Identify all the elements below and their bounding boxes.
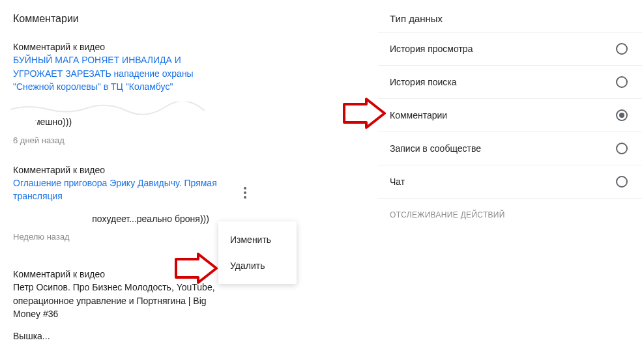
comment-prefix: Комментарий [13,269,70,279]
radio-icon [616,109,628,121]
data-type-option-chat[interactable]: Чат [378,165,642,198]
more-vertical-icon [244,187,246,199]
option-label: Комментарии [390,110,447,120]
option-label: История поиска [390,77,457,87]
annotation-arrow-icon [175,253,218,284]
comment-prefix: Комментарий [13,42,70,52]
comments-title: Комментарии [13,13,365,25]
radio-icon [616,143,628,154]
option-label: Записи в сообществе [390,143,481,154]
data-type-option-comments[interactable]: Комментарии [378,98,642,132]
comment-header: Комментарий к видео [13,163,222,176]
option-label: Чат [390,176,405,187]
context-menu: Изменить Удалить [218,221,297,284]
comment-body: Вышка... [13,329,222,343]
comment-prefix: Комментарий [13,165,70,175]
data-type-title: Тип данных [378,13,642,32]
comment-item: Комментарий к видео Оглашение приговора … [13,163,222,242]
comment-body: хххххх хххмал ххх похудеет...реально бро… [13,212,222,225]
comment-suffix: к видео [70,42,105,52]
comment-body: xxxxxxxxxx под хабибо косят xxxxxxx чечн… [13,102,222,129]
comment-video-title: Петр Осипов. Про Бизнес Молодость, YouTu… [13,282,215,319]
comment-suffix: к видео [70,165,105,175]
radio-icon [616,176,628,188]
option-label: История просмотра [390,44,473,54]
annotation-arrow-icon [343,98,386,129]
comment-header: Комментарий к видео [13,40,222,53]
radio-icon [616,43,628,55]
menu-item-edit[interactable]: Изменить [218,227,297,253]
menu-item-delete[interactable]: Удалить [218,253,297,279]
comment-suffix: к видео [70,269,105,279]
comment-time: Неделю назад [13,232,222,242]
comments-panel: Комментарии Комментарий к видео БУЙНЫЙ М… [0,0,378,364]
comment-video-link[interactable]: БУЙНЫЙ МАГА РОНЯЕТ ИНВАЛИДА И УГРОЖАЕТ З… [13,55,194,92]
comment-time: 6 дней назад [13,135,222,145]
comment-video-link[interactable]: Оглашение приговора Эрику Давидычу. Прям… [13,178,217,201]
data-type-option-watch-history[interactable]: История просмотра [378,32,642,65]
comment-item: Комментарий к видео БУЙНЫЙ МАГА РОНЯЕТ И… [13,40,222,145]
data-type-option-search-history[interactable]: История поиска [378,65,642,98]
more-options-button[interactable] [236,184,254,202]
data-type-panel: Тип данных История просмотра История пои… [378,0,642,364]
data-type-option-community[interactable]: Записи в сообществе [378,132,642,165]
radio-icon [616,76,628,88]
tracking-header: ОТСЛЕЖИВАНИЕ ДЕЙСТВИЙ [378,198,642,226]
